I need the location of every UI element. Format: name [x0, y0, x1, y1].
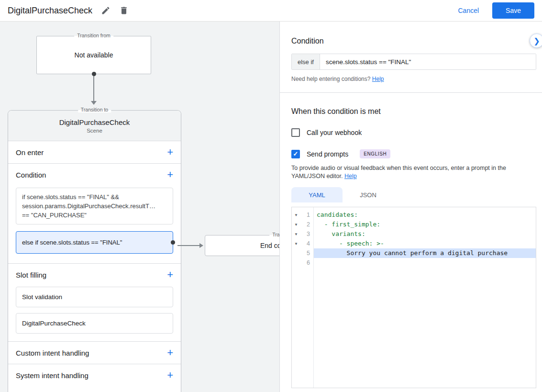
add-system-intent-icon[interactable]: + — [167, 370, 173, 380]
condition-detail-panel: ❯ Condition else if Need help entering c… — [279, 22, 542, 392]
end-conversation-node[interactable]: Transition to End conversation — [205, 235, 279, 256]
transition-from-node[interactable]: Transition from Not available — [36, 36, 151, 74]
condition-help-line: Need help entering conditions? Help — [291, 76, 536, 82]
condition-help-text: Need help entering conditions? — [291, 76, 370, 82]
edit-title-button[interactable] — [101, 6, 111, 15]
editor-code-area[interactable]: candidates: - first_simple: variants: - … — [314, 207, 536, 388]
connector-line-horizontal — [177, 245, 200, 246]
condition-section[interactable]: Condition + — [8, 163, 181, 186]
language-badge: ENGLISH — [360, 149, 390, 158]
add-condition-icon[interactable]: + — [167, 170, 173, 179]
trash-icon — [119, 6, 129, 15]
connector-port-dot — [92, 72, 96, 76]
chevron-right-icon: ❯ — [533, 36, 540, 45]
tab-yaml[interactable]: YAML — [291, 187, 343, 202]
condition-item-1[interactable]: if scene.slots.status == "FINAL" && sess… — [16, 188, 173, 224]
slot-item-digitalpurchasecheck[interactable]: DigitalPurchaseCheck — [16, 313, 173, 334]
slot-filling-label: Slot filling — [16, 271, 46, 279]
line-number: 3 — [300, 231, 310, 237]
condition-item-2-selected[interactable]: else if scene.slots.status == "FINAL" — [16, 231, 173, 254]
webhook-label: Call your webhook — [307, 129, 362, 136]
system-intent-label: System intent handling — [16, 371, 88, 380]
end-node-transition-label: Transition to — [269, 232, 279, 237]
scene-node-card[interactable]: Transition to DigitalPurchaseCheck Scene… — [8, 110, 181, 392]
condition-list: if scene.slots.status == "FINAL" && sess… — [8, 186, 181, 263]
yaml-editor[interactable]: ▼1 ▼2 ▼3 ▼4 5 6 candidates: - first_simp… — [291, 207, 536, 388]
panel-title: Condition — [291, 37, 536, 45]
on-enter-label: On enter — [16, 148, 44, 157]
pencil-icon — [101, 6, 111, 15]
add-custom-intent-icon[interactable]: + — [167, 348, 173, 358]
condition-item-1-line1: if scene.slots.status == "FINAL" && — [22, 192, 167, 202]
prompt-description: To provide audio or visual feedback when… — [291, 164, 533, 180]
scene-card-title: DigitalPurchaseCheck — [16, 118, 173, 126]
prompt-help-link[interactable]: Help — [344, 173, 357, 179]
send-prompts-row: ✓ Send prompts ENGLISH — [291, 149, 536, 158]
transition-from-value: Not available — [75, 51, 113, 59]
delete-scene-button[interactable] — [119, 6, 129, 15]
on-enter-section[interactable]: On enter + — [8, 141, 181, 163]
custom-intent-section[interactable]: Custom intent handling + — [8, 341, 181, 364]
line-number: 5 — [300, 250, 310, 257]
condition-item-1-line2: session.params.DigitalPurchaseCheck.resu… — [22, 202, 167, 211]
connector-line-vertical — [93, 76, 94, 101]
collapse-panel-button[interactable]: ❯ — [530, 34, 542, 48]
condition-item-2-text: else if scene.slots.status == "FINAL" — [22, 239, 122, 246]
save-button[interactable]: Save — [492, 2, 534, 19]
prompt-description-text: To provide audio or visual feedback when… — [291, 165, 506, 179]
connector-arrowhead-down — [91, 101, 97, 105]
code-line — [314, 258, 536, 268]
checkmark-icon: ✓ — [293, 150, 299, 157]
code-line-highlighted: Sorry you cannot perform a digital purch… — [314, 248, 536, 258]
slot-item-digitalpurchasecheck-text: DigitalPurchaseCheck — [22, 320, 86, 327]
cancel-button[interactable]: Cancel — [451, 3, 486, 18]
slot-item-validation[interactable]: Slot validation — [16, 287, 173, 307]
add-on-enter-icon[interactable]: + — [167, 147, 173, 157]
gutter-row: ▼2 — [292, 220, 313, 229]
code-line: variants: — [314, 229, 536, 239]
editor-tabs: YAML JSON — [291, 187, 536, 202]
tab-json[interactable]: JSON — [343, 187, 394, 202]
code-line: candidates: — [314, 210, 536, 220]
topbar: DigitalPurchaseCheck Cancel Save — [0, 0, 542, 22]
custom-intent-label: Custom intent handling — [16, 349, 89, 357]
fold-toggle-icon[interactable]: ▼ — [292, 242, 300, 246]
fold-toggle-icon[interactable]: ▼ — [292, 223, 300, 227]
slot-filling-section[interactable]: Slot filling + — [8, 263, 181, 286]
webhook-row: Call your webhook — [291, 128, 536, 137]
condition-item-1-line3: == "CAN_PURCHASE" — [22, 211, 167, 220]
slot-list: Slot validation DigitalPurchaseCheck — [8, 286, 181, 341]
page-title: DigitalPurchaseCheck — [8, 6, 92, 16]
transition-to-label: Transition to — [78, 107, 111, 112]
transition-from-label: Transition from — [74, 33, 113, 38]
condition-help-link[interactable]: Help — [372, 76, 384, 82]
scene-card-header: DigitalPurchaseCheck Scene — [8, 111, 181, 141]
system-intent-section[interactable]: System intent handling + — [8, 364, 181, 386]
gutter-row: 6 — [292, 258, 313, 268]
main-content: Transition from Not available Transition… — [0, 22, 542, 392]
webhook-checkbox[interactable] — [291, 128, 300, 137]
add-slot-icon[interactable]: + — [167, 270, 173, 280]
line-number: 2 — [300, 221, 310, 228]
topbar-actions: Cancel Save — [451, 2, 534, 19]
gutter-row: ▼4 — [292, 239, 313, 248]
send-prompts-checkbox[interactable]: ✓ — [291, 150, 300, 158]
condition-expression-input[interactable] — [320, 54, 536, 69]
condition-prefix-chip: else if — [292, 54, 320, 69]
send-prompts-label: Send prompts — [307, 150, 348, 158]
line-number: 1 — [300, 212, 310, 218]
fold-toggle-icon[interactable]: ▼ — [292, 232, 300, 236]
fold-toggle-icon[interactable]: ▼ — [292, 213, 300, 217]
condition-editor-row: else if — [291, 54, 536, 70]
gutter-row: ▼3 — [292, 229, 313, 239]
when-met-heading: When this condition is met — [291, 107, 536, 116]
code-line: - speech: >- — [314, 239, 536, 248]
gutter-row: 5 — [292, 248, 313, 258]
scene-flow-canvas[interactable]: Transition from Not available Transition… — [0, 22, 279, 392]
end-node-value: End conversation — [260, 242, 279, 249]
code-line: - first_simple: — [314, 220, 536, 229]
scene-card-subtitle: Scene — [16, 128, 173, 134]
line-number: 6 — [300, 259, 310, 266]
gutter-row: ▼1 — [292, 210, 313, 220]
condition-section-label: Condition — [16, 171, 46, 179]
